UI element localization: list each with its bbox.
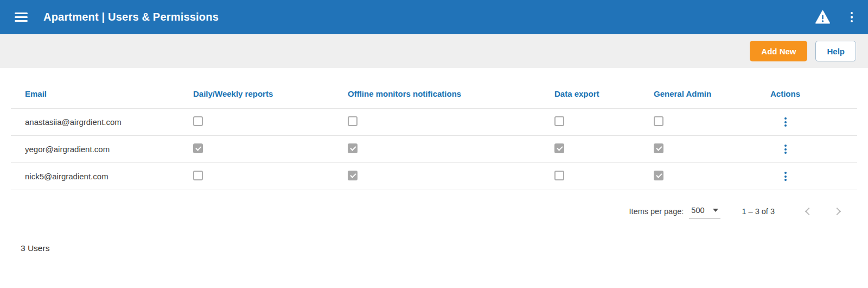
row-actions-kebab-icon[interactable]: [782, 115, 789, 129]
checkbox-daily-weekly-reports[interactable]: [193, 143, 203, 153]
page-title: Apartment | Users & Permissions: [43, 11, 219, 23]
user-count: 3 Users: [0, 243, 868, 253]
warning-triangle-icon[interactable]: [815, 10, 830, 24]
users-table: Email Daily/Weekly reports Offline monit…: [11, 68, 857, 190]
overflow-menu-icon[interactable]: [847, 10, 857, 25]
pagination-bar: Items per page: 500 1 – 3 of 3: [0, 197, 868, 226]
items-per-page-select[interactable]: 500: [689, 205, 720, 218]
column-header-offline-monitors-notifications: Offline monitors notifications: [348, 89, 554, 98]
toolbar: Add New Help: [0, 34, 868, 68]
table-row: anastasiia@airgrdient.com: [11, 109, 857, 136]
table-row: nick5@airgradient.com: [11, 163, 857, 190]
column-header-email: Email: [11, 89, 193, 98]
column-header-daily-weekly-reports: Daily/Weekly reports: [193, 89, 348, 98]
checkbox-data-export[interactable]: [554, 143, 564, 153]
table-row: yegor@airgradient.com: [11, 136, 857, 163]
column-header-data-export: Data export: [554, 89, 654, 98]
items-per-page-value: 500: [691, 206, 704, 215]
checkbox-data-export[interactable]: [554, 171, 564, 180]
user-email: nick5@airgradient.com: [11, 172, 193, 181]
user-email: anastasiia@airgrdient.com: [11, 117, 193, 127]
checkbox-daily-weekly-reports[interactable]: [193, 116, 203, 126]
column-header-actions-label: Actions: [770, 89, 800, 98]
pagination-range: 1 – 3 of 3: [742, 207, 775, 216]
column-header-actions: Actions: [770, 89, 857, 98]
table-header-row: Email Daily/Weekly reports Offline monit…: [11, 79, 857, 109]
checkbox-offline-monitors-notifications[interactable]: [348, 116, 358, 126]
hamburger-menu-icon[interactable]: [15, 12, 28, 22]
checkbox-data-export[interactable]: [554, 116, 564, 126]
items-per-page-label: Items per page:: [629, 207, 684, 216]
user-email: yegor@airgradient.com: [11, 145, 193, 154]
checkbox-daily-weekly-reports[interactable]: [193, 171, 203, 180]
checkbox-offline-monitors-notifications[interactable]: [348, 143, 358, 153]
chevron-right-icon: [833, 208, 841, 215]
row-actions-kebab-icon[interactable]: [782, 142, 789, 156]
help-button[interactable]: Help: [815, 41, 856, 61]
app-bar: Apartment | Users & Permissions: [0, 0, 868, 34]
checkbox-general-admin[interactable]: [654, 171, 663, 180]
add-new-button[interactable]: Add New: [750, 41, 807, 61]
chevron-left-icon: [805, 208, 813, 215]
column-header-general-admin: General Admin: [654, 89, 770, 98]
caret-down-icon: [713, 209, 718, 212]
checkbox-general-admin[interactable]: [654, 143, 663, 153]
checkbox-offline-monitors-notifications[interactable]: [348, 171, 358, 180]
next-page-button[interactable]: [831, 204, 845, 218]
checkbox-general-admin[interactable]: [654, 116, 663, 126]
previous-page-button[interactable]: [801, 204, 815, 218]
row-actions-kebab-icon[interactable]: [782, 170, 789, 183]
